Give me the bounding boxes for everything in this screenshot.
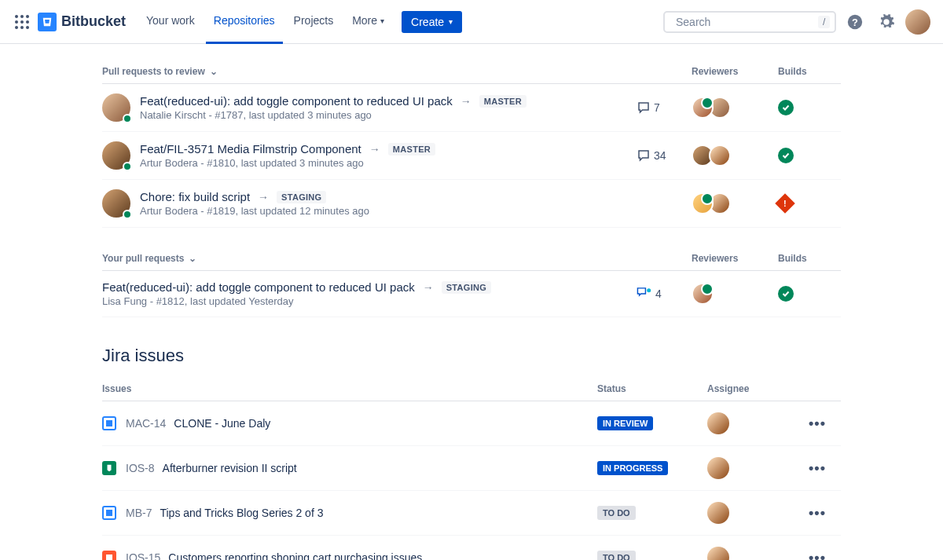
build-status[interactable]: ! [778,196,841,210]
pr-title[interactable]: Feat(reduced-ui): add toggle component t… [102,280,415,294]
branch-lozenge[interactable]: MASTER [388,143,435,156]
issue-type-icon [102,506,116,520]
arrow-right-icon: → [423,281,434,294]
status-lozenge[interactable]: IN REVIEW [597,416,653,430]
pr-row[interactable]: Chore: fix build script → STAGING Artur … [102,180,841,228]
branch-lozenge[interactable]: MASTER [479,95,527,108]
branch-lozenge[interactable]: STAGING [277,191,326,203]
help-icon[interactable]: ? [842,9,868,35]
assignee-avatar[interactable] [707,412,729,434]
comment-icon [637,101,651,115]
pr-title[interactable]: Feat(reduced-ui): add toggle component t… [140,94,453,108]
comments-count[interactable]: 7 [637,101,692,115]
svg-point-1 [20,15,24,18]
status-lozenge[interactable]: IN PROGRESS [597,461,668,475]
status-lozenge[interactable]: TO DO [597,506,636,520]
jira-row[interactable]: IOS-15Customers reporting shoping cart p… [102,536,841,560]
nav-more[interactable]: More▾ [344,0,392,44]
svg-point-6 [15,26,18,29]
jira-row[interactable]: IOS-8Afterburner revision II scriptIN PR… [102,446,841,491]
col-reviewers: Reviewers [692,253,778,264]
assignee-avatar[interactable] [707,457,729,479]
reviewers[interactable] [692,97,778,119]
build-success-icon [778,148,794,163]
svg-point-3 [15,20,18,24]
comments-count[interactable]: 4 [637,287,692,301]
assignee-avatar[interactable] [707,502,729,524]
reviewers[interactable] [692,145,778,167]
more-actions-icon[interactable]: ••• [809,550,826,561]
bitbucket-icon [38,13,57,31]
build-status[interactable] [778,148,841,163]
arrow-right-icon: → [258,191,269,203]
app-switcher-icon[interactable] [13,13,31,31]
author-avatar[interactable] [102,93,130,122]
more-actions-icon[interactable]: ••• [809,460,826,476]
search-input[interactable] [676,16,813,28]
search-input-wrapper[interactable]: / [663,11,836,33]
col-builds: Builds [778,66,841,77]
comment-icon [637,287,652,301]
build-success-icon [778,286,794,302]
top-nav: Bitbucket Your work Repositories Project… [0,0,943,44]
svg-rect-12 [106,555,112,560]
product-logo[interactable]: Bitbucket [38,13,126,31]
author-avatar[interactable] [102,189,130,218]
jira-title[interactable]: CLONE - June Daly [174,417,270,430]
issue-type-icon [102,551,116,560]
presence-indicator [123,162,132,171]
pr-row[interactable]: Feat/FIL-3571 Media Filmstrip Component … [102,132,841,180]
jira-key[interactable]: IOS-8 [126,462,155,474]
svg-point-8 [26,26,29,29]
jira-key[interactable]: MB-7 [126,507,152,519]
build-status[interactable] [778,286,841,302]
nav-repositories[interactable]: Repositories [206,0,283,44]
jira-heading: Jira issues [102,346,841,366]
author-avatar[interactable] [102,141,130,170]
pr-meta: Artur Bodera - #1819, last updated 12 mi… [140,205,637,217]
create-button[interactable]: Create▾ [402,11,462,33]
col-status: Status [597,383,707,394]
svg-point-11 [647,288,651,292]
jira-title[interactable]: Customers reporting shoping cart purchas… [168,551,422,560]
jira-row[interactable]: MAC-14CLONE - June DalyIN REVIEW••• [102,401,841,446]
profile-avatar[interactable] [905,9,930,35]
reviewer-avatar[interactable] [692,283,714,305]
issue-type-icon [102,461,116,475]
branch-lozenge[interactable]: STAGING [442,281,491,294]
build-status[interactable] [778,100,841,115]
col-issues: Issues [102,383,597,394]
pr-title[interactable]: Feat/FIL-3571 Media Filmstrip Component [140,142,361,156]
your-pr-toggle[interactable]: Your pull requests ⌄ [102,253,196,264]
more-actions-icon[interactable]: ••• [809,415,826,431]
comment-icon [637,148,651,163]
pr-row[interactable]: Feat(reduced-ui): add toggle component t… [102,271,841,317]
status-lozenge[interactable]: TO DO [597,551,636,560]
jira-key[interactable]: IOS-15 [126,551,160,560]
arrow-right-icon: → [369,143,380,156]
nav-your-work[interactable]: Your work [138,0,203,44]
pr-review-toggle[interactable]: Pull requests to review ⌄ [102,66,218,77]
pr-row[interactable]: Feat(reduced-ui): add toggle component t… [102,84,841,132]
comments-count[interactable]: 34 [637,148,692,163]
svg-point-0 [15,15,18,18]
reviewers[interactable] [692,283,778,305]
reviewers[interactable] [692,192,778,214]
svg-point-7 [20,26,24,29]
nav-projects[interactable]: Projects [286,0,342,44]
jira-key[interactable]: MAC-14 [126,417,166,430]
arrow-right-icon: → [460,95,472,108]
assignee-avatar[interactable] [707,547,729,560]
settings-icon[interactable] [874,9,899,35]
presence-indicator [123,114,132,123]
reviewer-avatar[interactable] [692,192,714,214]
reviewer-avatar[interactable] [709,145,731,167]
svg-text:?: ? [852,16,858,27]
jira-title[interactable]: Afterburner revision II script [163,462,297,474]
jira-row[interactable]: MB-7Tips and Tricks Blog Series 2 of 3TO… [102,491,841,536]
reviewer-avatar[interactable] [692,97,714,119]
more-actions-icon[interactable]: ••• [809,505,826,521]
pr-title[interactable]: Chore: fix build script [140,190,250,203]
jira-title[interactable]: Tips and Tricks Blog Series 2 of 3 [160,507,323,519]
col-builds: Builds [778,253,841,264]
